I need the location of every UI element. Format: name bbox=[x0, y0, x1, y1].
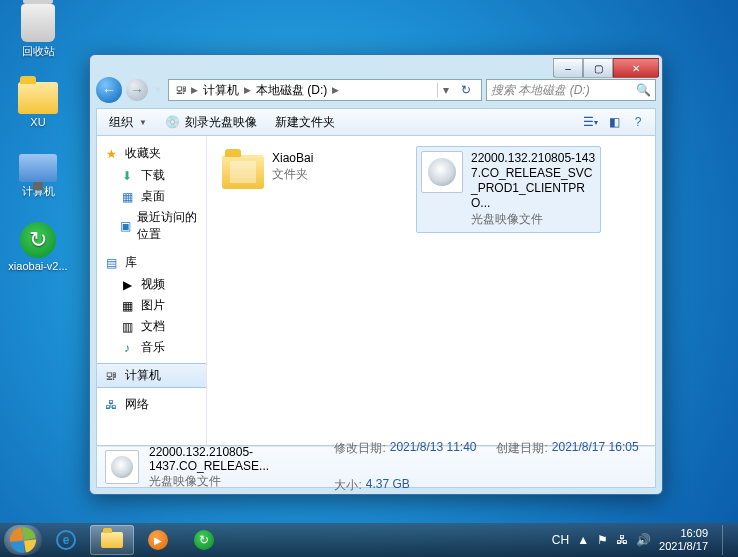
desktop-icon-computer[interactable]: 计算机 bbox=[8, 148, 68, 199]
search-box[interactable]: 搜索 本地磁盘 (D:) 🔍 bbox=[486, 79, 656, 101]
explorer-window: – ▢ ✕ ← → ▼ 🖳 ▶ 计算机 ▶ 本地磁盘 (D:) ▶ ▾ ↻ 搜索… bbox=[89, 54, 663, 495]
item-name: 22000.132.210805-1437.CO_RELEASE_SVC_PRO… bbox=[471, 151, 596, 211]
nav-documents[interactable]: ▥文档 bbox=[97, 316, 206, 337]
taskbar-media-player[interactable]: ▶ bbox=[136, 525, 180, 555]
xiaobai-app-icon bbox=[20, 222, 56, 258]
tray-clock[interactable]: 16:09 2021/8/17 bbox=[659, 527, 708, 552]
desktop-icon-label: 回收站 bbox=[8, 44, 68, 59]
nav-network[interactable]: 🖧网络 bbox=[97, 393, 206, 416]
windows-logo-icon bbox=[8, 525, 37, 554]
network-icon: 🖧 bbox=[103, 397, 119, 413]
chevron-down-icon: ▼ bbox=[139, 118, 147, 127]
start-button[interactable] bbox=[4, 525, 42, 555]
tray-action-center-icon[interactable]: ⚑ bbox=[597, 533, 608, 547]
desktop-icon-user-folder[interactable]: XU bbox=[8, 76, 68, 128]
nav-pictures[interactable]: ▦图片 bbox=[97, 295, 206, 316]
window-close-button[interactable]: ✕ bbox=[613, 58, 659, 78]
computer-icon: 🖳 bbox=[103, 368, 119, 384]
chevron-right-icon: ▶ bbox=[332, 85, 339, 95]
file-item-iso[interactable]: 22000.132.210805-1437.CO_RELEASE_SVC_PRO… bbox=[416, 146, 601, 233]
star-icon: ★ bbox=[103, 146, 119, 162]
taskbar-explorer[interactable] bbox=[90, 525, 134, 555]
tray-time: 16:09 bbox=[659, 527, 708, 540]
navigation-pane: ★收藏夹 ⬇下载 ▦桌面 ▣最近访问的位置 ▤库 ▶视频 ▦图片 ▥文档 ♪音乐… bbox=[97, 136, 207, 445]
computer-icon: 🖳 bbox=[173, 82, 189, 98]
desktop-icon-xiaobai[interactable]: xiaobai-v2... bbox=[8, 220, 68, 272]
taskbar-ie[interactable] bbox=[44, 525, 88, 555]
preview-pane-button[interactable]: ◧ bbox=[603, 112, 625, 132]
desktop-icon-recycle-bin[interactable]: 回收站 bbox=[8, 4, 68, 59]
computer-icon bbox=[19, 154, 57, 182]
status-created-value: 2021/8/17 16:05 bbox=[552, 440, 639, 457]
explorer-toolbar: 组织▼ 💿刻录光盘映像 新建文件夹 ☰▾ ◧ ? bbox=[96, 108, 656, 136]
details-pane: 22000.132.210805-1437.CO_RELEASE... 光盘映像… bbox=[96, 446, 656, 488]
nav-desktop[interactable]: ▦桌面 bbox=[97, 186, 206, 207]
tray-volume-icon[interactable]: 🔊 bbox=[636, 533, 651, 547]
search-placeholder: 搜索 本地磁盘 (D:) bbox=[491, 82, 590, 99]
nav-favorites[interactable]: ★收藏夹 bbox=[97, 142, 206, 165]
organize-menu[interactable]: 组织▼ bbox=[103, 112, 153, 133]
status-created-label: 创建日期: bbox=[496, 440, 547, 457]
library-icon: ▤ bbox=[103, 255, 119, 271]
nav-downloads[interactable]: ⬇下载 bbox=[97, 165, 206, 186]
burn-disc-image-button[interactable]: 💿刻录光盘映像 bbox=[159, 112, 263, 133]
video-icon: ▶ bbox=[119, 277, 135, 293]
breadcrumb-segment-drive[interactable]: 本地磁盘 (D:) bbox=[253, 82, 330, 99]
status-file-name: 22000.132.210805-1437.CO_RELEASE... bbox=[149, 445, 324, 473]
status-size-label: 大小: bbox=[334, 477, 361, 494]
folder-icon bbox=[222, 155, 264, 189]
picture-icon: ▦ bbox=[119, 298, 135, 314]
document-icon: ▥ bbox=[119, 319, 135, 335]
breadcrumb-dropdown[interactable]: ▾ bbox=[437, 83, 453, 97]
tray-network-icon[interactable]: 🖧 bbox=[616, 533, 628, 547]
tray-ime-indicator[interactable]: CH bbox=[552, 533, 569, 547]
window-maximize-button[interactable]: ▢ bbox=[583, 58, 613, 78]
download-icon: ⬇ bbox=[119, 168, 135, 184]
nav-history-dropdown[interactable]: ▼ bbox=[152, 79, 164, 101]
recent-icon: ▣ bbox=[119, 218, 131, 234]
xiaobai-app-icon: ↻ bbox=[194, 530, 214, 550]
search-icon[interactable]: 🔍 bbox=[636, 83, 651, 97]
chevron-right-icon: ▶ bbox=[191, 85, 198, 95]
system-tray: CH ▲ ⚑ 🖧 🔊 16:09 2021/8/17 bbox=[552, 525, 734, 555]
nav-libraries[interactable]: ▤库 bbox=[97, 251, 206, 274]
file-list-pane[interactable]: XiaoBai 文件夹 22000.132.210805-1437.CO_REL… bbox=[207, 136, 655, 445]
nav-computer[interactable]: 🖳计算机 bbox=[97, 363, 207, 388]
item-name: XiaoBai bbox=[272, 151, 313, 166]
breadcrumb-segment-computer[interactable]: 计算机 bbox=[200, 82, 242, 99]
disc-image-icon bbox=[421, 151, 463, 193]
taskbar: ▶ ↻ CH ▲ ⚑ 🖧 🔊 16:09 2021/8/17 bbox=[0, 523, 738, 557]
show-desktop-button[interactable] bbox=[722, 525, 732, 555]
nav-music[interactable]: ♪音乐 bbox=[97, 337, 206, 358]
nav-forward-button[interactable]: → bbox=[126, 79, 148, 101]
nav-recent[interactable]: ▣最近访问的位置 bbox=[97, 207, 206, 245]
ie-icon bbox=[56, 530, 76, 550]
folder-item-xiaobai[interactable]: XiaoBai 文件夹 bbox=[217, 146, 402, 194]
disc-image-icon bbox=[105, 450, 139, 484]
window-minimize-button[interactable]: – bbox=[553, 58, 583, 78]
explorer-icon bbox=[101, 532, 123, 548]
chevron-right-icon: ▶ bbox=[244, 85, 251, 95]
media-player-icon: ▶ bbox=[148, 530, 168, 550]
tray-show-hidden-icon[interactable]: ▲ bbox=[577, 533, 589, 547]
desktop-icon-label: xiaobai-v2... bbox=[8, 260, 68, 272]
new-folder-button[interactable]: 新建文件夹 bbox=[269, 112, 341, 133]
help-button[interactable]: ? bbox=[627, 112, 649, 132]
status-file-type: 光盘映像文件 bbox=[149, 473, 324, 490]
status-modified-label: 修改日期: bbox=[334, 440, 385, 457]
nav-back-button[interactable]: ← bbox=[96, 77, 122, 103]
status-modified-value: 2021/8/13 11:40 bbox=[390, 440, 477, 457]
desktop-icon-label: XU bbox=[8, 116, 68, 128]
taskbar-xiaobai[interactable]: ↻ bbox=[182, 525, 226, 555]
status-size-value: 4.37 GB bbox=[366, 477, 410, 494]
nav-videos[interactable]: ▶视频 bbox=[97, 274, 206, 295]
recycle-bin-icon bbox=[21, 4, 55, 42]
disc-icon: 💿 bbox=[165, 114, 181, 130]
folder-icon bbox=[18, 82, 58, 114]
item-type: 文件夹 bbox=[272, 166, 313, 183]
desktop-icon: ▦ bbox=[119, 189, 135, 205]
address-breadcrumb[interactable]: 🖳 ▶ 计算机 ▶ 本地磁盘 (D:) ▶ ▾ ↻ bbox=[168, 79, 482, 101]
refresh-button[interactable]: ↻ bbox=[455, 83, 477, 97]
item-type: 光盘映像文件 bbox=[471, 211, 596, 228]
view-options-button[interactable]: ☰▾ bbox=[579, 112, 601, 132]
